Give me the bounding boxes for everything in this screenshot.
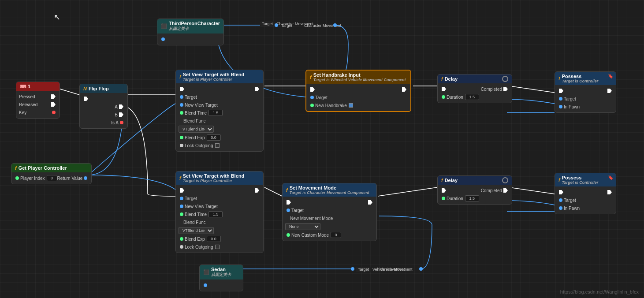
target-label: Target (291, 208, 304, 213)
duration-input-2[interactable] (465, 195, 479, 201)
node-subtitle: 从固定关卡 (169, 26, 220, 32)
node-subtitle: Target is Character Movement Component (290, 190, 369, 195)
node-title: Sedan (211, 267, 231, 272)
released-label: Released (19, 102, 37, 107)
output-pin (161, 37, 165, 41)
return-value-pin (84, 176, 87, 180)
node-body: Player Index Return Value (11, 172, 91, 184)
svg-point-6 (351, 267, 354, 271)
func-icon: f (179, 74, 181, 79)
released-exec-pin (51, 102, 56, 107)
exec-out (255, 188, 259, 193)
node-header-possess2: f Possess Target is Controller 🔖 (555, 173, 616, 186)
blend-time-input[interactable] (208, 211, 223, 217)
blend-exp-row: Blend Exp (176, 134, 263, 142)
node-title: Flip Flop (89, 86, 109, 91)
handbrake-checkbox[interactable] (349, 103, 353, 108)
input-event-node: ⌨ 1 Pressed Released Key (16, 82, 60, 119)
custom-mode-input[interactable] (331, 232, 341, 238)
lock-label: Lock Outgoing (185, 143, 213, 148)
node-title: ThirdPersonCharacter (169, 21, 220, 26)
node-header-getplayer: f Get Player Controller (11, 164, 91, 172)
exec-in (442, 188, 446, 193)
node-header-third-person: ⬛ ThirdPersonCharacter 从固定关卡 (157, 19, 223, 34)
exec-out (255, 87, 259, 91)
completed-label: Completed (481, 87, 502, 92)
func-icon: f (441, 178, 443, 183)
delay-1-node: f Delay Completed Duration (437, 74, 512, 103)
b-row: B (80, 111, 127, 119)
blend-func-select[interactable]: VTBlend Linear (179, 126, 214, 133)
isa-label: Is A (111, 120, 119, 125)
key-label: Key (19, 110, 26, 115)
a-exec-pin (119, 104, 123, 109)
lock-pin (180, 144, 183, 147)
blend-func-label: Blend Func (183, 220, 206, 225)
func-icon: f (286, 187, 288, 193)
node-body: Target In Pawn (555, 85, 616, 112)
possess-2-node: f Possess Target is Controller 🔖 Target … (555, 173, 616, 214)
handbrake-pin (310, 104, 314, 107)
output-pin (204, 283, 207, 287)
target-label: Target (185, 95, 197, 100)
blend-exp-label: Blend Exp (185, 135, 205, 140)
node-header-handbrake: f Set Handbrake Input Target is Wheeled … (306, 71, 410, 84)
func-icon: f (15, 165, 17, 171)
node-header-input: ⌨ 1 (16, 82, 60, 91)
blend-func-dropdown-row: VTBlend Linear (176, 226, 263, 235)
node-subtitle: Target is Wheeled Vehicle Movement Compo… (313, 78, 406, 82)
node-subtitle: 从固定关卡 (211, 272, 231, 278)
exec-row (555, 188, 616, 196)
movement-mode-select[interactable]: None (285, 223, 320, 230)
target-row: Target (306, 93, 410, 101)
blend-exp-pin (180, 237, 183, 241)
svg-point-7 (419, 267, 423, 271)
custom-mode-pin (287, 233, 290, 237)
exec-row (555, 87, 616, 95)
node-body: Completed Duration (438, 83, 512, 103)
pressed-label: Pressed (19, 94, 35, 99)
exec-out (607, 89, 612, 93)
set-view-blend-2-node: f Set View Target with Blend Target is P… (175, 171, 264, 253)
node-title: Delay (445, 76, 458, 82)
a-label: A (115, 104, 118, 109)
exec-in (180, 188, 184, 193)
lock-checkbox-2[interactable] (215, 245, 220, 249)
func-icon: f (558, 177, 560, 183)
target-pin (287, 209, 290, 212)
new-view-target-row: New View Target (176, 202, 263, 210)
duration-label: Duration (447, 95, 463, 100)
duration-input[interactable] (465, 94, 479, 100)
func-icon: N (83, 86, 87, 91)
new-movement-mode-row: New Movement Mode (283, 214, 376, 222)
node-output-row (157, 35, 223, 43)
blend-time-label: Blend Time (185, 111, 207, 115)
delay-2-node: f Delay Completed Duration (437, 175, 512, 205)
connections-canvas: Target Character Movement Target Vehicle… (0, 0, 644, 298)
func-icon: f (310, 74, 312, 80)
blend-time-row: Blend Time (176, 210, 263, 218)
player-index-row: Player Index Return Value (11, 174, 91, 182)
node-header-setview2: f Set View Target with Blend Target is P… (176, 171, 263, 185)
player-index-input[interactable] (47, 175, 57, 181)
blend-exp-input[interactable] (207, 236, 221, 242)
node-body: Pressed Released Key (16, 91, 60, 118)
target-pin (180, 95, 183, 99)
exec-out (503, 188, 508, 193)
node-title: Set Movement Mode (290, 185, 369, 190)
inpawn-row: In Pawn (555, 103, 616, 111)
blend-exp-input[interactable] (207, 134, 221, 141)
inpawn-row: In Pawn (555, 204, 616, 212)
blend-time-input[interactable] (208, 110, 223, 116)
node-header-setview1: f Set View Target with Blend Target is P… (176, 70, 263, 83)
duration-pin (442, 197, 445, 200)
pressed-exec-pin (51, 94, 56, 99)
b-label: B (115, 112, 118, 117)
third-person-char-node: ⬛ ThirdPersonCharacter 从固定关卡 (157, 19, 224, 45)
new-view-label: New View Target (185, 204, 218, 209)
custom-mode-row: New Custom Mode (283, 231, 376, 239)
blend-func-select-2[interactable]: VTBlend Linear (179, 227, 214, 234)
exec-row (283, 198, 376, 206)
cursor: ↖ (54, 12, 60, 22)
lock-checkbox[interactable] (215, 143, 220, 148)
